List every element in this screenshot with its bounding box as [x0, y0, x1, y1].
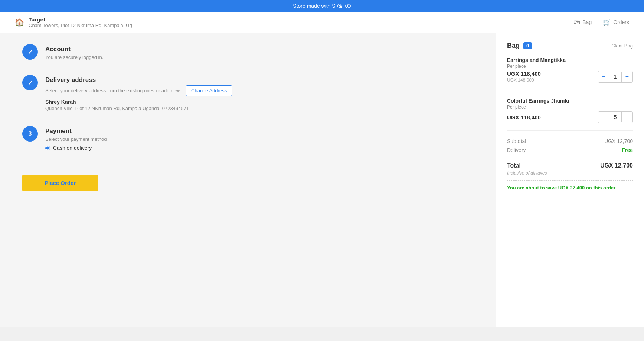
bag-title-group: Bag 0 — [507, 42, 532, 50]
total-value: UGX 12,700 — [600, 162, 633, 169]
banner-logo: 🛍 — [337, 3, 342, 9]
main-container: Account You are securely logged in. Deli… — [0, 33, 644, 327]
banner-text: Store made with S — [293, 3, 335, 9]
delivery-row: Delivery Free — [507, 147, 633, 153]
product-2-price: UGX 118,400 — [507, 114, 541, 120]
product-1-name: Earrings and Mangtikka — [507, 57, 633, 63]
delivery-value: Free — [622, 147, 633, 153]
header: 🏠 Target Cham Towers, Plot 12 Nkruma Rd,… — [0, 12, 644, 33]
product-2-price-row: UGX 118,400 − 5 + — [507, 111, 633, 123]
banner-text-after: KO — [343, 3, 351, 9]
bag-count-badge: 0 — [523, 42, 532, 49]
divider-2 — [507, 180, 633, 181]
delivery-subtitle: Select your delivery address from the ex… — [45, 88, 180, 93]
product-1-unit: Per piece — [507, 64, 633, 69]
account-subtitle: You are securely logged in. — [45, 54, 473, 60]
header-store-info: 🏠 Target Cham Towers, Plot 12 Nkruma Rd,… — [15, 16, 132, 28]
step-delivery-circle — [22, 75, 38, 90]
bag-title: Bag — [507, 42, 520, 50]
bag-header: Bag 0 Clear Bag — [507, 42, 633, 50]
product-1-price-row: UGX 118,400 UGX 148,000 − 1 + — [507, 70, 633, 83]
product-item-1: Earrings and Mangtikka Per piece UGX 118… — [507, 57, 633, 90]
change-address-button[interactable]: Change Address — [186, 85, 232, 96]
step-delivery: Delivery address Select your delivery ad… — [22, 75, 473, 111]
bag-nav-item[interactable]: 🛍 Bag — [573, 19, 592, 26]
product-1-qty-control: − 1 + — [598, 71, 633, 83]
orders-icon: 🛒 — [603, 18, 611, 26]
product-1-qty-increase[interactable]: + — [622, 71, 632, 82]
store-details: Target Cham Towers, Plot 12 Nkruma Rd, K… — [29, 16, 132, 28]
cash-on-delivery-radio[interactable] — [45, 146, 50, 150]
total-label: Total — [507, 162, 521, 169]
orders-nav-label: Orders — [613, 19, 629, 25]
product-item-2: Colorful Earrings Jhumki Per piece UGX 1… — [507, 98, 633, 131]
left-panel: Account You are securely logged in. Deli… — [0, 33, 496, 327]
product-1-qty-value: 1 — [609, 72, 622, 82]
header-nav: 🛍 Bag 🛒 Orders — [573, 18, 629, 26]
subtotal-row: Subtotal UGX 12,700 — [507, 138, 633, 144]
payment-subtitle: Select your payment method — [45, 136, 473, 142]
payment-title: Payment — [45, 128, 473, 135]
delivery-address: Quench Ville, Plot 12 NKrumah Rd, Kampal… — [45, 106, 473, 111]
step-delivery-content: Delivery address Select your delivery ad… — [45, 75, 473, 111]
home-icon: 🏠 — [15, 18, 24, 27]
product-2-unit: Per piece — [507, 105, 633, 110]
product-2-qty-value: 5 — [609, 112, 622, 122]
product-2-qty-control: − 5 + — [598, 111, 633, 123]
product-2-qty-increase[interactable]: + — [622, 112, 632, 123]
right-panel: Bag 0 Clear Bag Earrings and Mangtikka P… — [496, 33, 644, 327]
step-payment-content: Payment Select your payment method Cash … — [45, 126, 473, 151]
delivery-checkmark — [28, 79, 33, 86]
step-account-content: Account You are securely logged in. — [45, 44, 473, 60]
total-row: Total UGX 12,700 — [507, 162, 633, 169]
savings-note: You are about to save UGX 27,400 on this… — [507, 185, 633, 191]
bag-icon: 🛍 — [573, 19, 580, 26]
subtotal-value: UGX 12,700 — [604, 138, 633, 144]
step-payment: 3 Payment Select your payment method Cas… — [22, 126, 473, 151]
cash-on-delivery-option[interactable]: Cash on delivery — [45, 145, 473, 151]
account-checkmark — [28, 49, 33, 56]
cash-on-delivery-label: Cash on delivery — [53, 145, 92, 151]
payment-number: 3 — [29, 130, 32, 137]
product-1-old-price: UGX 148,000 — [507, 77, 541, 83]
product-2-name: Colorful Earrings Jhumki — [507, 98, 633, 104]
orders-nav-item[interactable]: 🛒 Orders — [603, 18, 629, 26]
step-payment-circle: 3 — [22, 126, 38, 142]
delivery-title: Delivery address — [45, 76, 473, 84]
delivery-name: Shrey Karah — [45, 99, 473, 105]
tax-note: Inclusive of all taxes — [507, 170, 633, 176]
delivery-label: Delivery — [507, 147, 526, 153]
account-title: Account — [45, 46, 473, 53]
subtotal-label: Subtotal — [507, 138, 526, 144]
product-1-qty-decrease[interactable]: − — [598, 71, 609, 82]
delivery-header: Select your delivery address from the ex… — [45, 85, 473, 96]
store-name: Target — [29, 16, 132, 23]
store-address: Cham Towers, Plot 12 Nkruma Rd, Kampala,… — [29, 23, 132, 28]
step-account: Account You are securely logged in. — [22, 44, 473, 60]
place-order-button[interactable]: Place Order — [22, 175, 98, 191]
step-account-circle — [22, 44, 38, 60]
top-banner: Store made with S 🛍 KO — [0, 0, 644, 12]
bag-nav-label: Bag — [582, 19, 592, 25]
product-1-price-info: UGX 118,400 UGX 148,000 — [507, 70, 541, 83]
clear-bag-button[interactable]: Clear Bag — [611, 43, 633, 49]
product-1-price: UGX 118,400 — [507, 70, 541, 77]
divider-1 — [507, 158, 633, 158]
product-2-price-info: UGX 118,400 — [507, 114, 541, 120]
product-2-qty-decrease[interactable]: − — [598, 112, 609, 123]
